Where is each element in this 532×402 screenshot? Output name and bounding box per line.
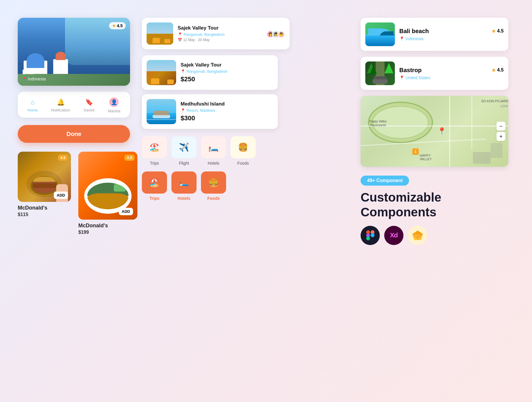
- maldives-price: $300: [181, 114, 273, 122]
- flight-icon-box: ✈️: [171, 136, 197, 158]
- maldives-location: 📍 Resort, Maldives: [181, 108, 273, 113]
- star-icon-bastrop: ★: [492, 67, 496, 73]
- bottom-nav: ⌂ Home 🔔 Notification 🔖 Saved 👤 Maisha: [18, 92, 130, 118]
- zoom-out-button[interactable]: −: [497, 122, 505, 131]
- cat-hotels-active[interactable]: 🛏️ Hotels: [171, 171, 197, 201]
- star-icon-beach: ★: [492, 28, 496, 34]
- bastrop-info: Bastrop ★ 4.5 📍 United States: [399, 67, 504, 80]
- left-column: ★ 4.5 Bali 📍 Indonesia ⌂ Home 🔔 Notifica…: [18, 18, 142, 235]
- nav-saved[interactable]: 🔖 Saved: [84, 98, 95, 112]
- route-badge: 1: [412, 148, 419, 155]
- cat-foods-active-label: Foods: [207, 196, 220, 201]
- cat-flight[interactable]: ✈️ Flight: [171, 136, 197, 166]
- bastrop-location: 📍 United States: [399, 75, 504, 80]
- maldives-thumb: [147, 99, 176, 124]
- bastrop-card[interactable]: Bastrop ★ 4.5 📍 United States: [361, 57, 508, 90]
- sajek-date: 📅 12 May - 20 May: [178, 38, 262, 42]
- svg-point-4: [371, 234, 374, 237]
- maldives-title: Medhufushi Island: [181, 101, 273, 107]
- bali-name: Bali: [22, 68, 46, 76]
- cat-hotels-label: Hotels: [208, 161, 220, 166]
- nav-notification-label: Notification: [51, 108, 70, 112]
- location-icon: 📍: [178, 32, 182, 37]
- tour-avatars: 👩 👧 👨: [267, 30, 285, 38]
- bali-location: 📍 Indonesia: [22, 77, 46, 81]
- sketch-icon: [408, 226, 427, 245]
- add-button-2[interactable]: ADD: [119, 208, 133, 215]
- foods-active-icon: 🍔: [208, 178, 219, 187]
- svg-marker-8: [412, 234, 423, 240]
- sajek-tour-info-top: Sajek Valley Tour 📍 Rangamati, Banglades…: [178, 25, 262, 42]
- nav-saved-label: Saved: [84, 108, 95, 112]
- map-label-happyvalley: HAPPYVALLEY: [420, 154, 432, 161]
- middle-column: Sajek Valley Tour 📍 Rangamati, Banglades…: [142, 18, 290, 201]
- maldives-card[interactable]: Medhufushi Island 📍 Resort, Maldives $30…: [142, 94, 278, 129]
- location-pin-beach-icon: 📍: [399, 36, 404, 41]
- add-button-1[interactable]: ADD: [54, 192, 68, 199]
- hotels-active-icon: 🛏️: [179, 178, 189, 187]
- sajek-thumb-detail: [147, 60, 176, 85]
- category-row-light: 🏖️ Trips ✈️ Flight 🛏️ Hotels 🍔: [142, 136, 290, 166]
- sajek-tour-card-top[interactable]: Sajek Valley Tour 📍 Rangamati, Banglades…: [142, 18, 290, 49]
- cat-hotels[interactable]: 🛏️ Hotels: [201, 136, 226, 166]
- map-controls: − +: [497, 122, 505, 141]
- cat-trips[interactable]: 🏖️ Trips: [142, 136, 167, 166]
- bali-rating-value: 4.5: [117, 23, 123, 28]
- food-name-1: McDonald's: [18, 205, 71, 211]
- component-badge: 49+ Component: [361, 176, 409, 186]
- component-section: 49+ Component Customizable Components Xd: [361, 176, 514, 245]
- bali-card[interactable]: ★ 4.5 Bali 📍 Indonesia: [18, 18, 130, 86]
- food-badge-1: 4.5: [58, 155, 68, 161]
- bastrop-thumb: [365, 61, 395, 85]
- food-card-1[interactable]: 4.5 ADD McDonald's $115: [18, 152, 71, 235]
- svg-rect-3: [366, 236, 370, 240]
- bookmark-icon: 🔖: [85, 98, 93, 106]
- nav-profile[interactable]: 👤 Maisha: [108, 98, 120, 113]
- cat-trips-active[interactable]: 🏖️ Trips: [142, 171, 167, 201]
- nav-notification[interactable]: 🔔 Notification: [51, 98, 70, 112]
- location-pin-bastrop-icon: 📍: [399, 75, 404, 80]
- trips-active-icon-box: 🏖️: [142, 171, 167, 194]
- bali-beach-card[interactable]: Bali beach ★ 4.5 📍 Indonesia: [361, 18, 508, 51]
- avatar: 👤: [109, 98, 119, 107]
- map-container[interactable]: SO KON PO JARD LOOK Happy ValleyRacecour…: [361, 96, 508, 167]
- food-badge-2: 4.5: [124, 155, 134, 161]
- home-icon: ⌂: [30, 98, 34, 106]
- food-price-1: $115: [18, 212, 71, 217]
- bali-beach-location: 📍 Indonesia: [399, 36, 504, 41]
- sajek-tour-title-top: Sajek Valley Tour: [178, 25, 262, 31]
- cat-foods-label: Foods: [237, 161, 249, 166]
- bastrop-title: Bastrop: [399, 67, 422, 74]
- nav-home[interactable]: ⌂ Home: [27, 98, 38, 112]
- location-icon-2: 📍: [181, 69, 185, 74]
- category-row-active: 🏖️ Trips 🛏️ Hotels 🍔 Foods: [142, 171, 290, 201]
- bali-beach-thumb: [365, 22, 395, 46]
- xd-label: Xd: [390, 231, 398, 239]
- star-icon: ★: [112, 23, 116, 28]
- component-title: Customizable Components: [361, 190, 514, 220]
- sajek-detail-info: Sajek Valley Tour 📍 Rangamati, Banglades…: [181, 62, 273, 83]
- nav-profile-label: Maisha: [108, 109, 120, 113]
- cat-flight-label: Flight: [179, 161, 189, 166]
- done-button[interactable]: Done: [18, 125, 130, 143]
- sajek-tour-detail-card[interactable]: Sajek Valley Tour 📍 Rangamati, Banglades…: [142, 55, 278, 90]
- adobe-xd-icon: Xd: [384, 226, 403, 245]
- hotels-icon: 🛏️: [208, 142, 219, 152]
- sajek-detail-title: Sajek Valley Tour: [181, 62, 273, 68]
- map-pin: 📍: [437, 127, 446, 135]
- food-card-1-image: 4.5 ADD: [18, 152, 71, 202]
- map-label-racecourse: Happy ValleyRacecourse: [369, 119, 387, 127]
- cat-foods[interactable]: 🍔 Foods: [231, 136, 256, 166]
- design-tools: Xd: [361, 226, 514, 245]
- food-card-2[interactable]: 4.5 ADD McDonald's $199: [78, 152, 137, 235]
- bali-beach-rating: ★ 4.5: [492, 28, 504, 34]
- food-card-2-image: 4.5 ADD: [78, 152, 137, 220]
- cat-foods-active[interactable]: 🍔 Foods: [201, 171, 226, 201]
- map-label-sokonpo: SO KON PO: [481, 99, 499, 103]
- foods-icon-box: 🍔: [231, 136, 256, 158]
- food-cards: 4.5 ADD McDonald's $115: [18, 152, 142, 235]
- zoom-in-button[interactable]: +: [497, 132, 505, 141]
- right-column: Bali beach ★ 4.5 📍 Indonesia: [361, 18, 514, 245]
- maldives-info: Medhufushi Island 📍 Resort, Maldives $30…: [181, 101, 273, 122]
- sajek-thumb-top: [147, 22, 173, 45]
